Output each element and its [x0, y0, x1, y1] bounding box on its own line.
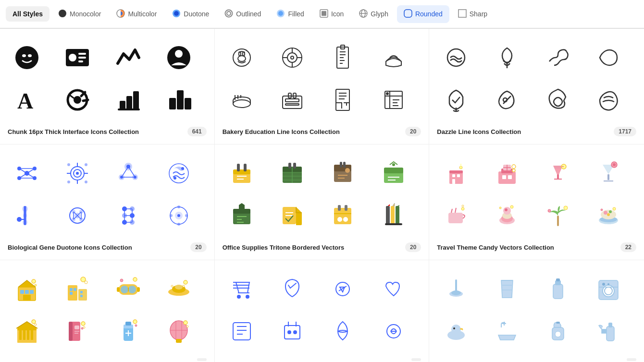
svg-rect-180: [345, 205, 347, 211]
svg-rect-268: [23, 329, 25, 340]
tab-duotone[interactable]: Duotone: [165, 5, 216, 23]
bakery-count: 20: [405, 127, 421, 136]
travel-name: Travel Theme Candy Vectors Collection: [437, 244, 554, 251]
svg-rect-274: [69, 322, 73, 341]
svg-rect-21: [78, 53, 86, 55]
travel-icon-4: [589, 154, 628, 193]
svg-point-4: [225, 10, 233, 17]
svg-point-110: [23, 214, 27, 217]
chunk-name: Chunk 16px Thick Interface Icons Collect…: [8, 128, 139, 135]
bath-icon-8: [589, 312, 628, 350]
svg-rect-247: [80, 291, 83, 293]
ecom-footer: [223, 358, 421, 361]
arch-icon-7: [109, 312, 148, 350]
svg-point-272: [35, 324, 37, 326]
svg-rect-145: [244, 164, 247, 171]
svg-rect-54: [285, 99, 299, 102]
bath-icon-grid: [437, 270, 636, 350]
svg-point-295: [186, 326, 188, 327]
office-name: Office Supplies Tritone Bordered Vectors: [223, 244, 345, 251]
svg-rect-330: [556, 322, 560, 324]
tab-sharp[interactable]: Sharp: [451, 5, 494, 23]
svg-point-111: [23, 220, 27, 225]
svg-point-322: [602, 283, 605, 286]
svg-rect-154: [288, 163, 291, 169]
svg-point-138: [177, 205, 180, 208]
bio-icon-8: [160, 196, 198, 235]
svg-point-38: [238, 56, 246, 61]
collection-card-office: Office Supplies Tritone Bordered Vectors…: [215, 145, 430, 260]
svg-point-223: [499, 207, 501, 209]
tab-multicolor[interactable]: Multicolor: [110, 5, 163, 23]
svg-rect-14: [458, 10, 466, 17]
travel-icon-1: [437, 154, 475, 193]
svg-point-280: [81, 327, 83, 329]
chunk-icon-2: [58, 38, 97, 77]
bio-footer: Biological Gene Duotone Icons Collection…: [8, 242, 207, 252]
dazzle-icon-4: [589, 38, 628, 77]
svg-rect-192: [452, 179, 455, 184]
svg-point-215: [461, 207, 464, 210]
outlined-label: Outlined: [236, 10, 261, 18]
bakery-icon-1: [223, 38, 261, 77]
bakery-icon-8: [374, 81, 413, 119]
office-icon-3: [323, 154, 362, 193]
svg-rect-55: [285, 104, 299, 105]
svg-point-234: [601, 209, 603, 211]
svg-point-241: [35, 284, 37, 286]
collection-card-bakery: Bakery Education Line Icons Collection 2…: [215, 29, 430, 145]
collection-card-dazzle: Dazzle Line Icons Collection 1717: [429, 29, 644, 145]
dazzle-footer: Dazzle Line Icons Collection 1717: [437, 127, 636, 136]
svg-marker-187: [397, 205, 399, 206]
svg-rect-31: [133, 91, 139, 109]
svg-point-86: [76, 172, 79, 175]
svg-marker-185: [388, 204, 390, 206]
arch-icon-8: [160, 312, 198, 350]
svg-point-93: [67, 181, 70, 183]
svg-point-231: [609, 210, 612, 213]
ecom-count: [411, 358, 421, 361]
svg-point-109: [22, 206, 28, 212]
ecom-icon-grid: [223, 270, 421, 350]
bakery-icon-4: [374, 38, 413, 77]
svg-rect-200: [502, 175, 506, 179]
tab-all-styles[interactable]: All Styles: [6, 6, 50, 22]
bio-icon-grid: [8, 154, 207, 235]
svg-point-326: [451, 325, 461, 334]
tab-icon[interactable]: Icon: [313, 5, 350, 23]
bio-count: 20: [190, 242, 206, 252]
ecom-icon-7: [323, 312, 362, 350]
office-icon-5: [223, 196, 261, 235]
svg-rect-201: [508, 175, 512, 179]
rounded-icon: [404, 9, 412, 19]
bath-icon-6: [488, 312, 526, 350]
tab-outlined[interactable]: Outlined: [218, 5, 268, 23]
bakery-icon-5: [223, 81, 261, 119]
svg-rect-212: [448, 213, 463, 223]
svg-point-91: [67, 163, 70, 166]
ecom-icon-6: [273, 312, 311, 350]
sharp-label: Sharp: [470, 10, 487, 18]
tab-rounded[interactable]: Rounded: [397, 5, 449, 23]
svg-point-226: [548, 209, 551, 212]
tab-glyph[interactable]: Glyph: [352, 5, 395, 23]
svg-rect-155: [293, 163, 296, 169]
monocolor-label: Monocolor: [70, 10, 101, 18]
bio-icon-4: [160, 154, 198, 193]
svg-point-310: [293, 330, 297, 334]
svg-rect-293: [176, 339, 182, 343]
svg-point-252: [121, 286, 128, 293]
svg-rect-224: [557, 216, 559, 226]
chunk-icon-6: [58, 81, 97, 119]
svg-point-296: [237, 295, 241, 299]
svg-rect-22: [78, 57, 86, 59]
svg-point-18: [28, 54, 32, 57]
svg-point-72: [503, 98, 507, 102]
arch-icon-grid: [8, 270, 207, 350]
svg-point-233: [613, 207, 616, 210]
svg-rect-248: [80, 295, 83, 297]
svg-rect-208: [607, 174, 609, 180]
tab-monocolor[interactable]: Monocolor: [51, 5, 108, 23]
tab-filled[interactable]: Filled: [270, 5, 310, 23]
collection-card-bath: [429, 260, 644, 362]
